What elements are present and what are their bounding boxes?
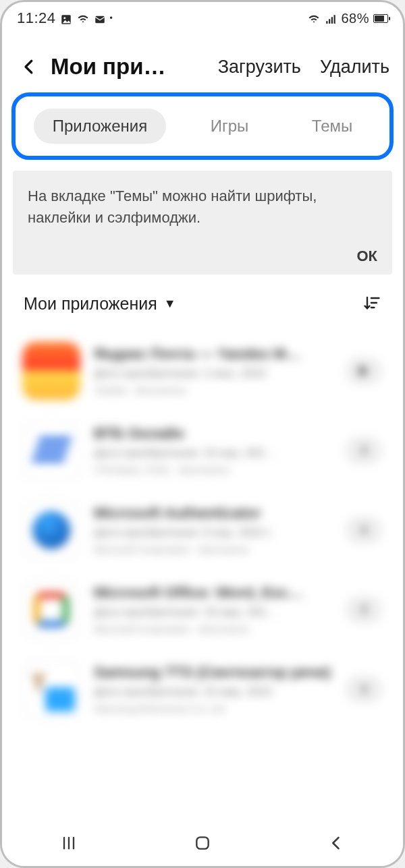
home-button[interactable]	[194, 834, 211, 855]
statusbar-time: 11:24	[17, 9, 56, 27]
app-list: Яндекс Почта — Yandex M…Дата приобретени…	[2, 326, 403, 823]
app-publisher: Samsung Electronics Co.,Ltd	[94, 703, 331, 714]
app-row[interactable]: Samsung TTS (Синтезатор речи)Дата приобр…	[17, 649, 388, 729]
app-info: ВТБ ОнлайнДата приобретения: 10 апр. 202…	[94, 425, 331, 475]
app-meta: Дата приобретения: 2 июн. 2022	[94, 367, 331, 380]
play-icon	[360, 366, 368, 376]
app-publisher: Microsoft Corporation · Бесплатно	[94, 623, 331, 635]
app-action-button[interactable]: ⬇	[345, 675, 383, 703]
section-dropdown[interactable]: Мои приложения ▼	[24, 294, 176, 314]
app-publisher: Yandex · Бесплатно	[94, 384, 331, 396]
battery-percentage: 68%	[341, 11, 369, 26]
gallery-icon	[60, 12, 72, 24]
app-info: Microsoft Office: Word, Exc…Дата приобре…	[94, 584, 331, 635]
app-icon	[22, 660, 80, 718]
tabs-highlight-box: Приложения Игры Темы	[11, 92, 394, 160]
tab-themes[interactable]: Темы	[293, 109, 371, 144]
svg-point-1	[63, 17, 65, 19]
download-icon: ⬇	[359, 602, 369, 617]
back-button[interactable]	[16, 53, 43, 80]
app-action-button[interactable]: ⬇	[345, 596, 383, 624]
svg-rect-5	[331, 17, 333, 24]
app-info: Microsoft AuthenticatorДата приобретения…	[94, 504, 331, 555]
banner-ok-button[interactable]: ОК	[28, 248, 377, 265]
download-icon: ⬇	[359, 443, 369, 458]
app-row[interactable]: Яндекс Почта — Yandex M…Дата приобретени…	[17, 331, 388, 411]
app-icon	[22, 581, 80, 639]
chevron-down-icon: ▼	[164, 297, 176, 311]
mail-icon	[94, 12, 106, 24]
svg-rect-6	[334, 15, 335, 24]
app-icon	[22, 342, 80, 400]
app-row[interactable]: ВТБ ОнлайнДата приобретения: 10 апр. 202…	[17, 411, 388, 490]
app-name: Яндекс Почта — Yandex M…	[94, 345, 331, 363]
svg-rect-2	[95, 16, 105, 24]
app-name: Samsung TTS (Синтезатор речи)	[94, 664, 331, 681]
wifi-call-icon	[76, 12, 90, 24]
page-title: Мои при…	[51, 54, 165, 80]
app-row[interactable]: Microsoft AuthenticatorДата приобретения…	[17, 490, 388, 570]
tab-apps[interactable]: Приложения	[34, 109, 166, 144]
app-icon	[22, 422, 80, 480]
app-action-button[interactable]	[345, 357, 383, 385]
nav-back-button[interactable]	[327, 834, 346, 855]
tab-games[interactable]: Игры	[192, 109, 268, 144]
wifi-icon	[307, 12, 321, 24]
svg-rect-3	[327, 21, 328, 24]
page-header: Мои при… Загрузить Удалить	[2, 34, 403, 92]
app-action-button[interactable]: ⬇	[345, 436, 383, 465]
signal-icon	[325, 12, 337, 24]
app-name: ВТБ Онлайн	[94, 425, 331, 442]
section-title-label: Мои приложения	[24, 294, 157, 314]
download-icon: ⬇	[359, 523, 369, 538]
app-info: Яндекс Почта — Yandex M…Дата приобретени…	[94, 345, 331, 396]
download-button[interactable]: Загрузить	[218, 57, 301, 78]
banner-text: На вкладке "Темы" можно найти шрифты, на…	[28, 185, 377, 229]
app-meta: Дата приобретения: 8 апр. 2022 г.	[94, 526, 331, 540]
status-bar: 11:24 • 68%	[2, 2, 403, 34]
recents-button[interactable]	[59, 834, 78, 855]
app-meta: Дата приобретения: 10 апр. 202…	[94, 446, 331, 460]
info-banner: На вкладке "Темы" можно найти шрифты, на…	[13, 171, 392, 274]
app-action-button[interactable]: ⬇	[345, 516, 383, 544]
app-name: Microsoft Authenticator	[94, 504, 331, 522]
app-info: Samsung TTS (Синтезатор речи)Дата приобр…	[94, 664, 331, 714]
more-icon: •	[110, 13, 113, 23]
app-meta: Дата приобретения: 15 мар. 2022	[94, 685, 331, 699]
download-icon: ⬇	[359, 682, 369, 697]
sort-button[interactable]	[362, 293, 381, 315]
system-nav-bar	[2, 823, 403, 866]
svg-rect-4	[329, 19, 330, 24]
app-publisher: VTB Bank, PJSC · Бесплатно	[94, 464, 331, 475]
app-publisher: Microsoft Corporation · Бесплатно	[94, 544, 331, 555]
app-meta: Дата приобретения: 16 мар. 202…	[94, 606, 331, 619]
svg-rect-14	[196, 837, 208, 848]
app-icon	[22, 501, 80, 559]
app-name: Microsoft Office: Word, Exc…	[94, 584, 331, 602]
phone-frame: 11:24 • 68% Мои при…	[0, 0, 405, 868]
delete-button[interactable]: Удалить	[320, 57, 389, 78]
battery-icon	[373, 14, 388, 23]
section-header: Мои приложения ▼	[2, 287, 403, 326]
app-row[interactable]: Microsoft Office: Word, Exc…Дата приобре…	[17, 570, 388, 649]
